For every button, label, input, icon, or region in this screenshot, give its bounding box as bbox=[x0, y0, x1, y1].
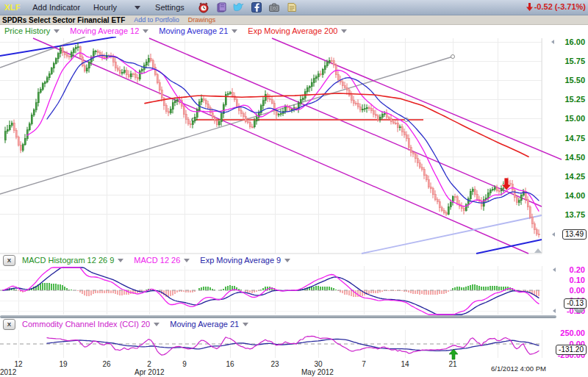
price-axis-label: 14.50 bbox=[564, 153, 585, 162]
candles bbox=[4, 43, 539, 238]
twitter-icon[interactable] bbox=[233, 1, 245, 13]
notes-icon[interactable] bbox=[286, 1, 298, 13]
macd-value-box: -0.13 bbox=[564, 298, 587, 309]
x-axis-label: 19 bbox=[52, 360, 74, 368]
legend-ema200[interactable]: Exp Moving Average 200 bbox=[248, 26, 337, 35]
timeframe-select[interactable]: Hourly bbox=[93, 3, 140, 12]
macd-histogram-label[interactable]: MACD Histogram 12 26 9 bbox=[22, 256, 114, 265]
price-legend: Price History Moving Average 12 Moving A… bbox=[0, 25, 588, 37]
cci-axis-label: 250.00 bbox=[560, 330, 585, 337]
last-bar-timestamp: 6/1/2012 4:00 PM bbox=[491, 365, 546, 373]
instrument-title: SPDRs Select Sector Financial ETF bbox=[2, 16, 125, 24]
chevron-down-icon[interactable] bbox=[118, 259, 123, 262]
macd-panel-header: X MACD Histogram 12 26 9 MACD 12 26 Exp … bbox=[0, 254, 588, 266]
x-axis-label: 12 bbox=[7, 360, 29, 368]
macd-chart[interactable]: 0.200.100.00-0.10-0.20 bbox=[0, 266, 588, 315]
cci-close-button[interactable]: X bbox=[3, 319, 15, 330]
add-to-portfolio-link[interactable]: Add to Portfolio bbox=[134, 16, 179, 24]
ma12-line bbox=[27, 53, 539, 211]
chevron-down-icon bbox=[135, 6, 140, 10]
channel-line-middle[interactable] bbox=[149, 38, 542, 207]
chevron-down-icon[interactable] bbox=[243, 323, 248, 326]
trendline-gray-upper[interactable] bbox=[0, 37, 85, 68]
axis-marker-icon bbox=[552, 232, 555, 237]
resize-nub-icon[interactable] bbox=[534, 248, 542, 253]
price-axis-label: 13.75 bbox=[564, 210, 585, 219]
x-axis-label: 7 bbox=[353, 360, 375, 368]
cci-panel-header: X Commodity Channel Index (CCI) 20 Movin… bbox=[0, 318, 588, 330]
macd-axis-label: 0.10 bbox=[570, 276, 585, 284]
legend-ma12[interactable]: Moving Average 12 bbox=[70, 26, 139, 35]
subheader: SPDRs Select Sector Financial ETF Add to… bbox=[0, 15, 588, 25]
x-axis-label: 23 bbox=[264, 360, 286, 368]
cci-label[interactable]: Commodity Channel Index (CCI) 20 bbox=[22, 320, 150, 328]
ema200-line bbox=[145, 93, 528, 157]
settings-button[interactable]: Settings bbox=[155, 3, 184, 12]
camera-icon[interactable] bbox=[268, 1, 281, 13]
alarm-clock-icon[interactable] bbox=[198, 1, 210, 13]
cci-ma-line bbox=[47, 340, 539, 351]
macd-label[interactable]: MACD 12 26 bbox=[134, 256, 180, 265]
arrow-down-icon bbox=[526, 3, 533, 11]
macd-axis-label: 0.00 bbox=[570, 286, 585, 295]
last-price-box: 13.49 bbox=[562, 229, 587, 240]
trendline-blue-lower[interactable] bbox=[476, 240, 542, 254]
macd-line bbox=[3, 268, 539, 315]
symbol-label: XLF bbox=[4, 3, 21, 12]
x-axis-label: 2 bbox=[138, 360, 160, 368]
cci-value-box: -131.20 bbox=[556, 345, 587, 355]
x-axis-month-label: May 2012 bbox=[301, 368, 334, 376]
book-icon[interactable] bbox=[215, 1, 228, 13]
x-axis: 6/1/2012 4:00 PM 12192629162330714212012… bbox=[0, 358, 588, 377]
main-price-chart[interactable]: 16.0015.7515.5015.2515.0014.7514.5014.25… bbox=[0, 37, 588, 254]
drawings-link[interactable]: Drawings bbox=[188, 16, 216, 24]
add-indicator-button[interactable]: Add Indicator bbox=[32, 3, 80, 12]
ma21-line bbox=[47, 56, 539, 204]
trendline-gray-long[interactable] bbox=[0, 57, 453, 194]
macd-signal-line bbox=[3, 268, 539, 315]
axis-marker-icon bbox=[551, 40, 554, 44]
price-axis-label: 14.00 bbox=[564, 191, 585, 200]
chevron-down-icon[interactable] bbox=[232, 29, 237, 33]
chevron-down-icon[interactable] bbox=[284, 259, 290, 262]
legend-ma21[interactable]: Moving Average 21 bbox=[159, 26, 228, 35]
channel-line-lower[interactable] bbox=[33, 38, 528, 254]
chevron-down-icon[interactable] bbox=[184, 259, 190, 262]
x-axis-label: 9 bbox=[173, 360, 196, 368]
x-axis-label: 26 bbox=[96, 360, 118, 368]
price-axis-label: 15.00 bbox=[564, 114, 585, 123]
chevron-down-icon[interactable] bbox=[143, 29, 148, 33]
price-axis-label: 15.75 bbox=[564, 57, 585, 65]
axis-marker-icon bbox=[553, 268, 556, 272]
price-change-text: -0.52 (-3.71%) bbox=[534, 2, 586, 11]
price-axis-label: 14.75 bbox=[564, 134, 585, 143]
legend-price-history[interactable]: Price History bbox=[4, 26, 50, 35]
price-axis-label: 15.25 bbox=[564, 95, 585, 104]
facebook-icon[interactable] bbox=[251, 1, 263, 13]
chevron-down-icon[interactable] bbox=[341, 29, 347, 33]
timeframe-value: Hourly bbox=[93, 3, 132, 12]
x-axis-month-label: 2012 bbox=[0, 368, 16, 376]
cci-line bbox=[47, 336, 539, 355]
price-axis-label: 16.00 bbox=[564, 37, 585, 46]
price-axis-label: 14.25 bbox=[564, 172, 585, 181]
x-axis-label: 16 bbox=[219, 360, 241, 368]
price-change: -0.52 (-3.71%) bbox=[526, 2, 586, 11]
macd-signal-label[interactable]: Exp Moving Average 9 bbox=[200, 256, 281, 265]
macd-axis-label: 0.20 bbox=[570, 266, 585, 274]
horizontal-scrollbar[interactable] bbox=[0, 315, 556, 318]
x-axis-label: 30 bbox=[307, 360, 329, 368]
chevron-down-icon[interactable] bbox=[154, 323, 159, 326]
cci-chart[interactable]: 250.000.00-250.00 bbox=[0, 330, 588, 358]
axis-marker-icon bbox=[553, 309, 556, 313]
cci-ma-label[interactable]: Moving Average 21 bbox=[170, 320, 239, 328]
toolbar: XLF Add Indicator Hourly Settings -0.52 … bbox=[0, 0, 588, 15]
x-axis-label: 14 bbox=[394, 360, 416, 368]
arrow-up-green-icon[interactable] bbox=[448, 349, 459, 360]
macd-close-button[interactable]: X bbox=[3, 255, 15, 266]
price-axis: 16.0015.7515.5015.2515.0014.7514.5014.25… bbox=[564, 37, 585, 219]
x-axis-month-label: Apr 2012 bbox=[135, 368, 165, 376]
chevron-down-icon[interactable] bbox=[54, 29, 60, 33]
channel-line-upper[interactable] bbox=[272, 38, 562, 159]
price-axis-label: 15.50 bbox=[564, 76, 585, 85]
